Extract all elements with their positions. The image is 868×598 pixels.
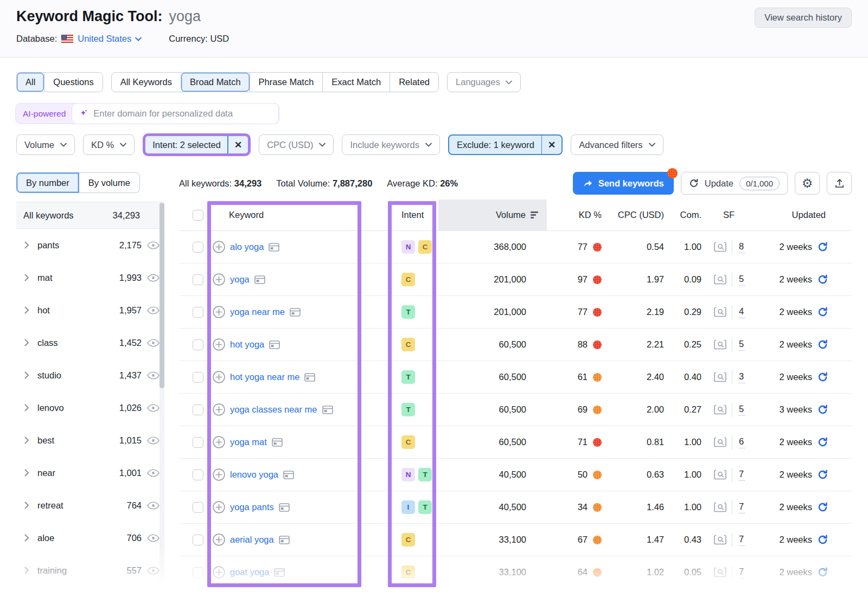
refresh-metrics-icon[interactable]	[818, 567, 828, 577]
serp-card-icon[interactable]	[279, 536, 290, 544]
chevron-right-icon[interactable]	[24, 534, 29, 542]
serp-card-icon[interactable]	[322, 406, 333, 414]
column-header-intent[interactable]: Intent	[387, 210, 438, 220]
update-button[interactable]: Update 0/1,000	[681, 172, 788, 195]
serp-card-icon[interactable]	[254, 275, 265, 284]
column-header-com[interactable]: Com.	[672, 210, 712, 220]
keyword-group-row[interactable]: hot 1,957	[16, 294, 164, 326]
export-button[interactable]	[827, 172, 852, 195]
sidebar-scrollbar-thumb[interactable]	[159, 203, 164, 388]
keyword-link[interactable]: hot yoga near me	[230, 372, 299, 382]
eye-icon[interactable]	[147, 567, 159, 575]
tab-all-keywords[interactable]: All Keywords	[112, 73, 181, 92]
add-keyword-icon[interactable]	[213, 371, 225, 383]
refresh-metrics-icon[interactable]	[818, 404, 828, 415]
eye-icon[interactable]	[147, 339, 159, 347]
serp-features-preview-icon[interactable]	[714, 307, 726, 317]
sidebar-scrollbar[interactable]	[159, 202, 164, 598]
clear-exclude-filter-icon[interactable]: ✕	[542, 139, 561, 151]
refresh-metrics-icon[interactable]	[818, 470, 828, 480]
tab-exact-match[interactable]: Exact Match	[322, 73, 390, 92]
filter-include-keywords[interactable]: Include keywords	[342, 134, 439, 155]
serp-features-preview-icon[interactable]	[714, 404, 726, 415]
eye-icon[interactable]	[147, 469, 159, 477]
sf-count[interactable]: 4	[739, 306, 745, 318]
row-checkbox[interactable]	[193, 242, 203, 253]
refresh-metrics-icon[interactable]	[818, 372, 828, 382]
tab-all[interactable]: All	[17, 73, 44, 92]
keyword-group-row[interactable]: training 557	[16, 554, 164, 587]
column-header-keyword[interactable]: Keyword	[205, 210, 387, 220]
serp-card-icon[interactable]	[269, 340, 280, 349]
refresh-metrics-icon[interactable]	[818, 242, 828, 252]
filter-exclude-keywords[interactable]: Exclude: 1 keyword ✕	[448, 134, 563, 155]
filter-intent[interactable]: Intent: 2 selected ✕	[145, 136, 248, 153]
sf-count[interactable]: 5	[739, 404, 745, 416]
serp-features-preview-icon[interactable]	[714, 339, 726, 350]
keyword-link[interactable]: yoga pants	[230, 502, 274, 512]
clear-intent-filter-icon[interactable]: ✕	[228, 139, 248, 151]
serp-card-icon[interactable]	[279, 503, 290, 512]
tab-questions[interactable]: Questions	[44, 73, 102, 92]
domain-input[interactable]	[93, 108, 271, 119]
refresh-metrics-icon[interactable]	[818, 502, 828, 512]
filter-advanced[interactable]: Advanced filters	[571, 134, 663, 155]
sf-count[interactable]: 5	[739, 274, 745, 286]
tab-by-number[interactable]: By number	[16, 172, 79, 193]
serp-card-icon[interactable]	[283, 471, 294, 479]
tab-related[interactable]: Related	[390, 73, 438, 92]
send-keywords-button[interactable]: Send keywords	[573, 172, 674, 195]
sf-count[interactable]: 3	[739, 371, 745, 383]
eye-icon[interactable]	[147, 501, 159, 510]
keyword-group-row[interactable]: retreat 764	[16, 489, 164, 522]
keyword-group-row[interactable]: aloe 706	[16, 522, 164, 554]
settings-button[interactable]: ⚙	[795, 172, 820, 195]
keyword-link[interactable]: yoga mat	[230, 437, 267, 447]
keyword-link[interactable]: lenovo yoga	[230, 470, 278, 480]
eye-icon[interactable]	[147, 371, 159, 380]
column-header-volume[interactable]: Volume	[438, 200, 547, 230]
chevron-right-icon[interactable]	[24, 339, 29, 346]
serp-card-icon[interactable]	[274, 568, 285, 577]
eye-icon[interactable]	[147, 436, 159, 445]
serp-features-preview-icon[interactable]	[714, 535, 726, 545]
eye-icon[interactable]	[147, 241, 159, 249]
keyword-group-row[interactable]: studio 1,437	[16, 359, 164, 391]
keyword-group-row[interactable]: lenovo 1,026	[16, 391, 164, 424]
sf-count[interactable]: 7	[739, 501, 745, 513]
chevron-right-icon[interactable]	[24, 567, 29, 574]
tab-by-volume[interactable]: By volume	[79, 172, 140, 193]
chevron-right-icon[interactable]	[24, 404, 29, 411]
sf-count[interactable]: 7	[739, 469, 745, 481]
tab-broad-match[interactable]: Broad Match	[181, 73, 250, 92]
add-keyword-icon[interactable]	[213, 403, 225, 416]
languages-dropdown[interactable]: Languages	[447, 72, 521, 92]
chevron-right-icon[interactable]	[24, 274, 29, 281]
serp-card-icon[interactable]	[272, 438, 283, 447]
serp-features-preview-icon[interactable]	[714, 242, 726, 252]
all-keywords-row[interactable]: All keywords 34,293	[16, 202, 164, 229]
chevron-right-icon[interactable]	[24, 436, 29, 444]
serp-features-preview-icon[interactable]	[714, 470, 726, 480]
keyword-link[interactable]: goat yoga	[230, 567, 269, 577]
database-selector[interactable]: United States	[78, 34, 142, 44]
row-checkbox[interactable]	[193, 470, 203, 480]
serp-card-icon[interactable]	[290, 308, 301, 317]
keyword-link[interactable]: yoga classes near me	[230, 404, 317, 415]
chevron-right-icon[interactable]	[24, 241, 29, 249]
chevron-right-icon[interactable]	[24, 371, 29, 379]
keyword-group-row[interactable]: mat 1,993	[16, 261, 164, 294]
row-checkbox[interactable]	[193, 502, 203, 513]
add-keyword-icon[interactable]	[213, 436, 225, 448]
keyword-link[interactable]: hot yoga	[230, 339, 264, 350]
filter-kd[interactable]: KD %	[83, 134, 135, 155]
refresh-metrics-icon[interactable]	[818, 307, 828, 317]
add-keyword-icon[interactable]	[213, 533, 225, 546]
sf-count[interactable]: 6	[739, 436, 745, 448]
refresh-metrics-icon[interactable]	[818, 339, 828, 350]
serp-features-preview-icon[interactable]	[714, 372, 726, 382]
eye-icon[interactable]	[147, 534, 159, 542]
add-keyword-icon[interactable]	[213, 566, 225, 578]
row-checkbox[interactable]	[193, 437, 203, 448]
serp-features-preview-icon[interactable]	[714, 567, 726, 577]
